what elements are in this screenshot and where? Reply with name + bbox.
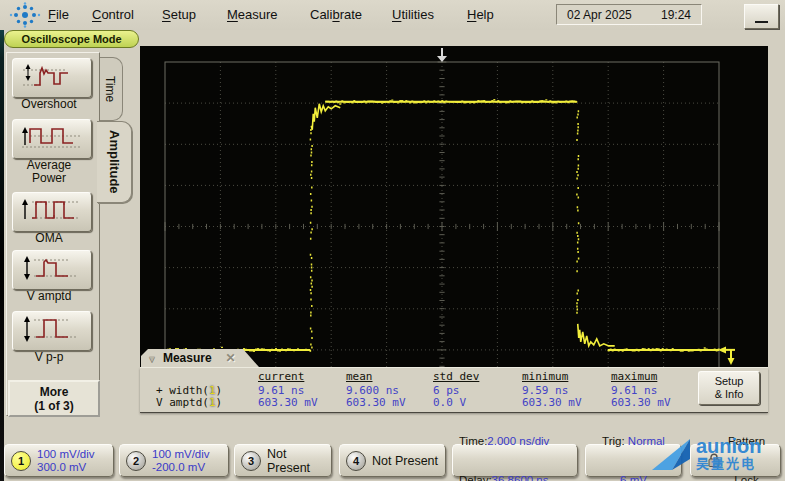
trig-label: Trig: — [602, 435, 625, 447]
channel-3-number-badge: 3 — [241, 451, 261, 471]
time-value: 2.000 ns/div — [487, 435, 549, 447]
channel-3-button[interactable]: 3Not Present — [234, 444, 332, 477]
clock-text: 19:24 — [661, 8, 691, 22]
channel-2-button[interactable]: 2100 mV/div-200.0 mV — [119, 444, 229, 477]
more-button-line1: More — [40, 385, 69, 399]
measure-value: 603.30 mV — [522, 396, 582, 409]
time-label: Time: — [459, 435, 487, 447]
channel-4-number-badge: 4 — [346, 451, 366, 471]
measure-panel-tab[interactable]: ▼ Measure ✕ — [141, 349, 259, 367]
spark-logo-icon — [8, 2, 42, 28]
menu-control[interactable]: Control — [92, 7, 134, 22]
more-pages-button[interactable]: More (1 of 3) — [8, 380, 100, 417]
measure-button-v-p-p[interactable] — [12, 311, 92, 351]
v-pp-waveform-icon — [19, 315, 85, 347]
datetime-display: 02 Apr 2025 19:24 — [556, 4, 702, 25]
channel-4-button[interactable]: 4Not Present — [339, 444, 446, 477]
measure-button-label: AveragePower — [2, 159, 96, 185]
column-header-maximum: maximum — [611, 370, 657, 383]
overshoot-waveform-icon — [19, 62, 85, 94]
measure-value: 603.30 mV — [258, 396, 318, 409]
measure-button-oma[interactable] — [12, 192, 92, 232]
measure-button-label: V amptd — [2, 290, 96, 303]
measure-button-label: OMA — [2, 232, 96, 245]
menu-measure[interactable]: Measure — [227, 7, 278, 22]
channel-2-number-badge: 2 — [126, 451, 146, 471]
measure-value: 603.30 mV — [611, 396, 671, 409]
menu-help[interactable]: Help — [467, 7, 494, 22]
column-header-mean: mean — [346, 370, 373, 383]
column-header-std-dev: std dev — [433, 370, 479, 383]
pattern-lock-line2: Lock — [728, 474, 765, 481]
measure-button-v-amptd[interactable] — [12, 250, 92, 290]
menu-utilities[interactable]: Utilities — [392, 7, 434, 22]
mode-label-badge: Oscilloscope Mode — [4, 30, 139, 48]
setup-info-line1: Setup — [715, 375, 744, 388]
measure-value: 603.30 mV — [346, 396, 406, 409]
tab-time-label: Time — [103, 76, 117, 102]
trig-level: 6 mV — [602, 474, 665, 481]
channel-3-settings-text: Not Present — [267, 447, 325, 475]
measure-row-label: V amptd(1) — [156, 396, 222, 409]
channel-1-settings-text: 100 mV/div300.0 mV — [37, 448, 95, 474]
v-amptd-waveform-icon — [19, 254, 85, 286]
pattern-lock-button[interactable]: Pattern Lock — [690, 444, 781, 477]
lock-icon — [706, 453, 722, 468]
channel-1-number-badge: 1 — [11, 451, 31, 471]
channel-2-settings-text: 100 mV/div-200.0 mV — [152, 448, 210, 474]
tab-amplitude[interactable]: Amplitude — [97, 121, 132, 203]
menu-setup[interactable]: Setup — [162, 7, 196, 22]
column-header-minimum: minimum — [522, 370, 568, 383]
menu-calibrate[interactable]: Calibrate — [310, 7, 362, 22]
measure-tab-label: Measure — [163, 351, 212, 365]
source-channel-number: 1 — [209, 396, 216, 409]
measure-value: 0.0 V — [433, 396, 466, 409]
average-power-waveform-icon — [19, 123, 85, 155]
menu-file[interactable]: File — [48, 7, 69, 22]
top-menu-bar: FileControlSetupMeasureCalibrateUtilitie… — [0, 0, 785, 30]
oma-waveform-icon — [19, 196, 85, 228]
setup-info-line2: & Info — [715, 388, 744, 401]
channel-4-settings-text: Not Present — [372, 454, 438, 468]
oscilloscope-app: { "topbar": { "logo_icon": "spark-logo-i… — [0, 0, 785, 481]
channel-1-button[interactable]: 1100 mV/div300.0 mV — [4, 444, 114, 477]
tab-amplitude-label: Amplitude — [107, 130, 122, 194]
date-text: 02 Apr 2025 — [567, 8, 632, 22]
pattern-lock-line1: Pattern — [728, 435, 765, 448]
minimize-button[interactable] — [744, 4, 779, 29]
trig-mode: Normal — [628, 435, 665, 447]
measure-results-panel: currentmeanstd devminimummaximum+ width(… — [140, 367, 768, 412]
trigger-position-arrow-icon — [437, 56, 447, 62]
collapse-triangle-icon[interactable]: ▼ — [147, 353, 157, 364]
level-marker-icon — [718, 346, 735, 365]
tab-time[interactable]: Time — [98, 57, 123, 121]
more-button-line2: (1 of 3) — [34, 399, 73, 413]
trigger-button[interactable]: Trig: Normal 6 mV — [585, 444, 682, 477]
column-header-current: current — [258, 370, 304, 383]
delay-label: Delay: — [459, 474, 492, 481]
measure-button-label: Overshoot — [2, 98, 96, 111]
minimize-icon — [755, 21, 768, 23]
measure-button-average-power[interactable] — [12, 119, 92, 159]
delay-value: 36.8600 ns — [492, 474, 549, 481]
timebase-button[interactable]: Time:2.000 ns/div Delay:36.8600 ns — [452, 444, 578, 477]
measure-button-label: V p-p — [2, 351, 96, 364]
measure-button-overshoot[interactable] — [12, 58, 92, 98]
close-x-icon[interactable]: ✕ — [226, 351, 236, 365]
setup-info-button[interactable]: Setup & Info — [698, 371, 760, 405]
